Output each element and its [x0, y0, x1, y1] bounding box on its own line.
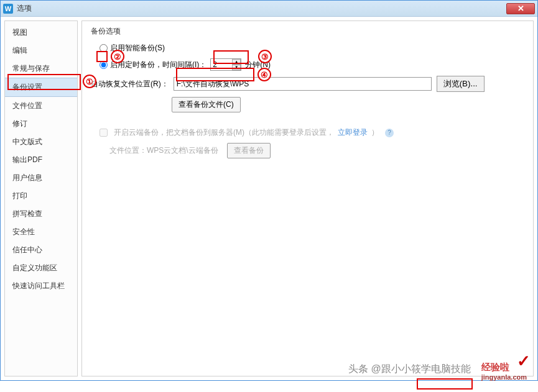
sidebar-item-trust[interactable]: 信任中心 — [5, 241, 77, 259]
recover-path-input[interactable] — [174, 77, 432, 91]
sidebar-item-chinese[interactable]: 中文版式 — [5, 133, 77, 151]
timed-backup-input[interactable] — [100, 61, 108, 69]
view-backup-button[interactable]: 查看备份文件(C) — [172, 97, 241, 112]
sidebar-item-revision[interactable]: 修订 — [5, 115, 77, 133]
sidebar-item-fileloc[interactable]: 文件位置 — [5, 97, 77, 115]
recover-path-label: 自动恢复文件位置(R)： — [91, 79, 169, 89]
sidebar-item-custom[interactable]: 自定义功能区 — [5, 259, 77, 277]
smart-backup-radio[interactable]: 启用智能备份(S) — [100, 43, 165, 53]
cloud-path-row: 文件位置：WPS云文档\云端备份 查看备份 — [91, 143, 524, 158]
interval-wrap: ▲ ▼ — [210, 58, 241, 71]
sidebar-item-pdf[interactable]: 输出PDF — [5, 151, 77, 169]
browse-button[interactable]: 浏览(B)... — [437, 76, 485, 92]
view-backup-row: 查看备份文件(C) — [91, 97, 524, 112]
recover-path-row: 自动恢复文件位置(R)： 浏览(B)... — [91, 76, 524, 92]
sidebar-item-view[interactable]: 视图 — [5, 24, 77, 42]
smart-backup-label: 启用智能备份(S) — [110, 43, 165, 53]
smart-backup-input[interactable] — [100, 44, 108, 52]
help-icon[interactable]: ? — [385, 129, 394, 137]
app-icon: W — [3, 4, 13, 14]
cloud-row: 开启云端备份，把文档备份到服务器(M)（此功能需要登录后设置， 立即登录 ） ? — [91, 127, 524, 138]
smart-backup-row: 启用智能备份(S) — [91, 43, 524, 53]
login-link[interactable]: 立即登录 — [338, 127, 368, 138]
spin-down-button[interactable]: ▼ — [232, 65, 241, 70]
sidebar-item-security[interactable]: 安全性 — [5, 223, 77, 241]
body: 视图 编辑 常规与保存 备份设置 文件位置 修订 中文版式 输出PDF 用户信息… — [1, 17, 537, 380]
section-title: 备份选项 — [91, 26, 524, 37]
cloud-checkbox — [100, 129, 108, 137]
cloud-path-label: 文件位置：WPS云文档\云端备份 — [109, 145, 218, 156]
timed-backup-row: 启用定时备份，时间间隔(I)： ▲ ▼ 分钟(N) — [91, 58, 524, 71]
cloud-tail: ） — [371, 127, 379, 138]
sidebar-item-print[interactable]: 打印 — [5, 187, 77, 205]
anno-rect-bottom — [417, 378, 473, 390]
options-window: W 选项 ✕ 视图 编辑 常规与保存 备份设置 文件位置 修订 中文版式 输出P… — [0, 0, 538, 381]
titlebar: W 选项 ✕ — [1, 1, 537, 17]
spinner: ▲ ▼ — [232, 59, 241, 70]
sidebar: 视图 编辑 常规与保存 备份设置 文件位置 修订 中文版式 输出PDF 用户信息… — [4, 21, 78, 376]
cloud-label: 开启云端备份，把文档备份到服务器(M)（此功能需要登录后设置， — [114, 127, 334, 138]
sidebar-item-user[interactable]: 用户信息 — [5, 169, 77, 187]
cloud-view-button: 查看备份 — [227, 143, 271, 158]
watermark-jy-main: 经验啦 — [481, 362, 509, 372]
close-button[interactable]: ✕ — [506, 3, 535, 14]
sidebar-item-quick[interactable]: 快速访问工具栏 — [5, 277, 77, 295]
sidebar-item-edit[interactable]: 编辑 — [5, 42, 77, 60]
content-panel: 备份选项 启用智能备份(S) 启用定时备份，时间间隔(I)： ▲ ▼ — [81, 21, 534, 376]
check-icon: ✓ — [517, 352, 531, 371]
unit-label: 分钟(N) — [245, 60, 271, 70]
timed-backup-label: 启用定时备份，时间间隔(I)： — [110, 60, 206, 70]
sidebar-item-backup[interactable]: 备份设置 — [5, 78, 77, 97]
timed-backup-radio[interactable]: 启用定时备份，时间间隔(I)： — [100, 60, 206, 70]
spin-up-button[interactable]: ▲ — [232, 59, 241, 65]
sidebar-item-general[interactable]: 常规与保存 — [5, 60, 77, 78]
watermark-jy-sub: jingyanla.com — [481, 373, 527, 381]
window-title: 选项 — [17, 3, 506, 14]
sidebar-item-spell[interactable]: 拼写检查 — [5, 205, 77, 223]
watermark-toutiao: 头条 @跟小小筱学电脑技能 — [348, 363, 471, 376]
